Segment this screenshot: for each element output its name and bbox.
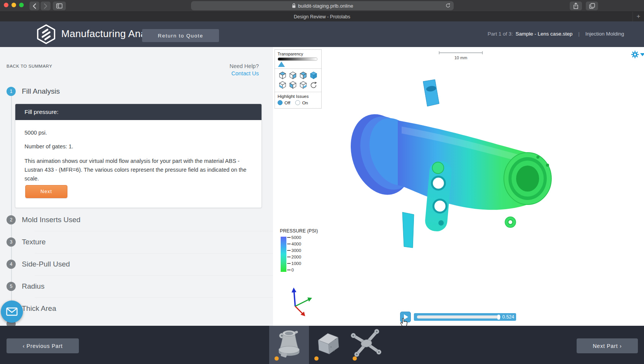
slider-thumb[interactable]	[497, 315, 500, 320]
scale-value: 10 mm	[439, 55, 483, 60]
contact-us-link[interactable]: Contact Us	[229, 70, 259, 77]
chevron-left-icon	[33, 3, 36, 9]
legend-title: PRESSURE (PSI)	[280, 228, 318, 234]
scale-bar: 10 mm	[439, 49, 483, 60]
highlight-off-label: Off	[284, 101, 290, 105]
part-name: Sample - Lens case.step	[516, 31, 573, 37]
view-isometric-icon-selected[interactable]	[309, 71, 319, 80]
browser-toolbar: buildit-staging.prlb.online	[0, 0, 644, 11]
settings-dropdown-caret[interactable]	[640, 53, 644, 56]
refresh-icon	[445, 3, 451, 8]
animation-progress-slider[interactable]: 0.524	[414, 313, 516, 321]
address-bar[interactable]: buildit-staging.prlb.online	[191, 1, 454, 10]
transparency-slider[interactable]	[278, 57, 317, 61]
browser-window: buildit-staging.prlb.online	[0, 0, 644, 364]
gate-count: Number of gates: 1.	[25, 143, 73, 150]
step-2-circle: 2	[7, 215, 16, 224]
step-6-thick-area[interactable]: Thick Area	[22, 304, 56, 313]
process-name: Injection Molding	[585, 31, 624, 37]
chevron-right-icon	[44, 3, 47, 9]
view-bottom-right-icon[interactable]	[299, 80, 308, 89]
lens-case-thumbnail-icon	[274, 328, 304, 360]
chat-contact-button[interactable]	[1, 301, 23, 323]
part-info: Part 1 of 3: Sample - Lens case.step | I…	[488, 31, 624, 37]
view-controls-panel: Transparency	[275, 49, 322, 109]
view-left-icon[interactable]	[288, 80, 297, 89]
protolabs-logo-icon	[36, 24, 56, 44]
divider	[275, 92, 321, 92]
status-dot	[314, 356, 319, 361]
highlight-off-radio[interactable]	[278, 100, 283, 105]
divider	[34, 253, 273, 253]
rotate-view-icon[interactable]	[309, 80, 319, 89]
pressure-legend: PRESSURE (PSI) 5000 4000 3000 2000 1000 …	[280, 228, 318, 234]
view-right-icon[interactable]	[288, 71, 297, 80]
envelope-icon	[6, 307, 18, 316]
step-3-texture[interactable]: Texture	[22, 238, 46, 246]
settings-gear-icon[interactable]	[631, 50, 639, 58]
back-to-summary-link[interactable]: BACK TO SUMMARY	[7, 64, 52, 68]
close-window-button[interactable]	[4, 3, 8, 7]
forward-button[interactable]	[41, 2, 51, 10]
view-top-icon[interactable]	[278, 71, 287, 80]
zoom-window-button[interactable]	[19, 3, 24, 7]
scale-ruler-icon	[439, 51, 483, 55]
tab-bar: Design Review - Protolabs +	[0, 11, 644, 21]
part-navigation-bar: ‹ Previous Part	[0, 326, 644, 364]
tab-overview-button[interactable]	[586, 2, 598, 10]
step-3-circle: 3	[7, 237, 16, 247]
step-5-circle: 5	[7, 282, 16, 291]
legend-tick: 1000	[291, 261, 301, 266]
url-text: buildit-staging.prlb.online	[298, 3, 353, 9]
step-4-circle: 4	[7, 260, 16, 269]
lens-case-3d-model[interactable]	[334, 70, 564, 261]
share-icon	[573, 3, 579, 9]
refresh-button[interactable]	[445, 3, 451, 10]
active-tab[interactable]: Design Review - Protolabs	[0, 12, 644, 22]
view-orientation-buttons	[278, 71, 319, 89]
box-part-thumbnail-icon	[313, 328, 343, 360]
slider-value: 0.524	[502, 314, 514, 320]
status-dot	[353, 356, 357, 361]
legend-colorbar	[281, 237, 286, 272]
part-thumbnail-lens-case[interactable]	[269, 326, 309, 364]
model-viewer[interactable]: Transparency	[273, 47, 644, 326]
card-header: Fill pressure:	[15, 104, 262, 120]
transparency-slider-handle[interactable]	[278, 62, 285, 67]
legend-tick: 4000	[291, 242, 301, 246]
highlight-on-label: On	[302, 101, 308, 105]
next-step-button[interactable]: Next	[25, 185, 67, 198]
lock-icon	[292, 3, 296, 8]
part-thumbnail-box[interactable]	[309, 326, 347, 364]
part-thumbnail-bracket[interactable]	[347, 326, 386, 364]
view-bottom-left-icon[interactable]	[278, 80, 287, 89]
legend-tick: 5000	[291, 235, 301, 240]
divider	[275, 68, 321, 69]
share-button[interactable]	[570, 2, 582, 10]
step-1-fill-analysis[interactable]: Fill Analysis	[22, 87, 60, 96]
sidebar-toggle-button[interactable]	[53, 2, 66, 10]
window-controls	[4, 3, 24, 7]
need-help-label: Need Help?	[229, 63, 259, 70]
step-2-mold-inserts[interactable]: Mold Inserts Used	[22, 216, 80, 224]
minimize-window-button[interactable]	[11, 3, 16, 7]
step-4-side-pull[interactable]: Side-Pull Used	[22, 260, 70, 268]
back-button[interactable]	[29, 2, 39, 10]
tabs-icon	[589, 3, 595, 9]
next-part-button[interactable]: Next Part ›	[577, 338, 638, 353]
return-to-quote-button[interactable]: Return to Quote	[142, 29, 219, 42]
x-bracket-thumbnail-icon	[349, 328, 384, 359]
previous-part-button[interactable]: ‹ Previous Part	[7, 338, 79, 353]
new-tab-button[interactable]: +	[633, 12, 644, 22]
legend-tick: 0	[291, 268, 294, 272]
view-front-icon[interactable]	[299, 71, 308, 80]
legend-tick: 2000	[291, 255, 301, 259]
slider-track[interactable]	[417, 315, 500, 318]
step-5-radius[interactable]: Radius	[22, 282, 44, 291]
highlight-on-radio[interactable]	[295, 100, 300, 105]
app-header: Manufacturing Analysis Return to Quote P…	[0, 21, 644, 47]
divider	[34, 275, 273, 276]
legend-tick: 3000	[291, 248, 301, 253]
sidebar-icon	[56, 3, 62, 8]
divider	[34, 297, 273, 298]
